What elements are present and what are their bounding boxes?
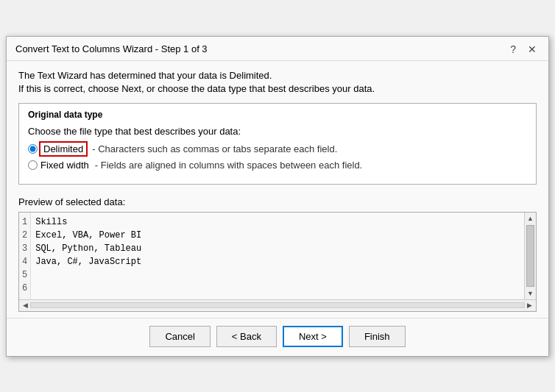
fixed-width-row: Fixed width - Fields are aligned in colu… bbox=[28, 160, 527, 171]
close-button[interactable]: ✕ bbox=[525, 43, 540, 56]
next-button[interactable]: Next > bbox=[283, 326, 343, 347]
dialog-footer: Cancel < Back Next > Finish bbox=[7, 318, 548, 356]
preview-box: 1 2 3 4 5 6 Skills Excel, VBA, Power BI … bbox=[18, 212, 537, 312]
fixed-width-radio[interactable] bbox=[28, 160, 38, 170]
preview-label: Preview of selected data: bbox=[18, 196, 537, 207]
delimited-label[interactable]: Delimited bbox=[40, 143, 86, 155]
delimited-desc: - Characters such as commas or tabs sepa… bbox=[92, 143, 337, 154]
preview-inner: 1 2 3 4 5 6 Skills Excel, VBA, Power BI … bbox=[19, 213, 536, 299]
delimited-radio[interactable] bbox=[28, 144, 38, 154]
group-label: Original data type bbox=[28, 110, 527, 120]
horizontal-scrollbar[interactable]: ◀ ▶ bbox=[19, 299, 536, 311]
vertical-scrollbar[interactable]: ▲ ▼ bbox=[524, 213, 536, 299]
dialog-window: Convert Text to Columns Wizard - Step 1 … bbox=[6, 36, 549, 357]
scroll-up-arrow[interactable]: ▲ bbox=[525, 213, 536, 224]
finish-button[interactable]: Finish bbox=[349, 326, 406, 347]
original-data-type-group: Original data type Choose the file type … bbox=[18, 103, 537, 185]
hscroll-track[interactable] bbox=[30, 302, 525, 308]
delimited-row: Delimited - Characters such as commas or… bbox=[28, 143, 527, 155]
help-button[interactable]: ? bbox=[507, 43, 519, 56]
scroll-right-arrow[interactable]: ▶ bbox=[525, 302, 534, 309]
back-button[interactable]: < Back bbox=[216, 326, 277, 347]
choose-label: Choose the file type that best describes… bbox=[28, 126, 527, 137]
preview-data: Skills Excel, VBA, Power BI SQL, Python,… bbox=[31, 213, 524, 299]
intro-line2: If this is correct, choose Next, or choo… bbox=[18, 83, 537, 94]
cancel-button[interactable]: Cancel bbox=[149, 326, 210, 347]
scroll-left-arrow[interactable]: ◀ bbox=[21, 302, 30, 309]
scroll-down-arrow[interactable]: ▼ bbox=[525, 288, 536, 299]
title-controls: ? ✕ bbox=[507, 43, 540, 56]
line-numbers: 1 2 3 4 5 6 bbox=[19, 213, 31, 299]
dialog-title: Convert Text to Columns Wizard - Step 1 … bbox=[15, 43, 208, 54]
intro-line1: The Text Wizard has determined that your… bbox=[18, 70, 537, 81]
fixed-width-desc: - Fields are aligned in columns with spa… bbox=[95, 160, 362, 171]
scroll-thumb[interactable] bbox=[526, 225, 534, 287]
dialog-body: The Text Wizard has determined that your… bbox=[7, 61, 548, 318]
fixed-width-label[interactable]: Fixed width bbox=[40, 160, 89, 171]
title-bar: Convert Text to Columns Wizard - Step 1 … bbox=[7, 37, 548, 61]
